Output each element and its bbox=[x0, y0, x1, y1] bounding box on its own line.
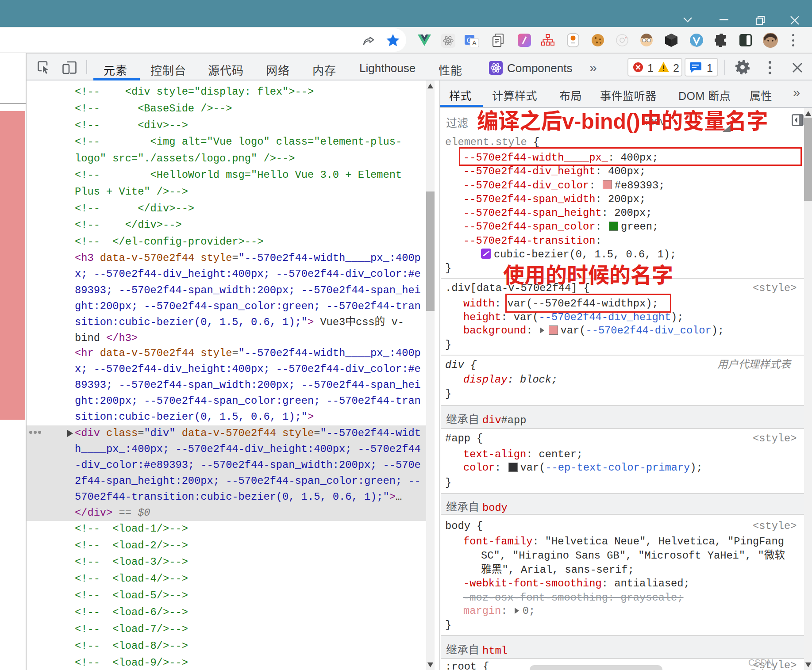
svg-text:A: A bbox=[472, 39, 477, 46]
